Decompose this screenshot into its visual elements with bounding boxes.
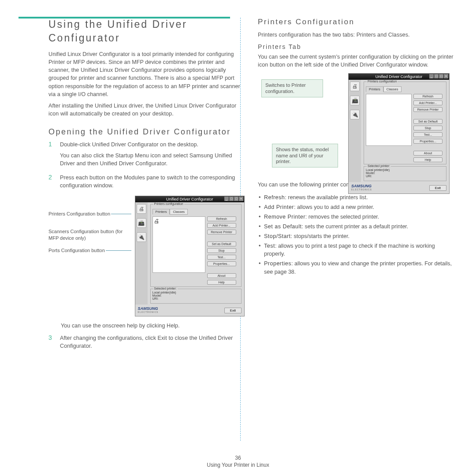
brand-logo-2: SAMSUNGELECTRONICS bbox=[351, 184, 372, 191]
selected-label: Selected printer: bbox=[153, 287, 178, 290]
about-button[interactable]: About bbox=[207, 273, 236, 278]
brand-logo: SAMSUNGELECTRONICS bbox=[138, 306, 159, 313]
selected-printer-box-2: Selected printer: Local printer(idle) Mo… bbox=[364, 166, 446, 181]
add-printer-button[interactable]: Add Printer... bbox=[207, 223, 236, 228]
ctrl-refresh: Refresh: renews the available printers l… bbox=[259, 193, 454, 201]
printer-listbox-2[interactable] bbox=[366, 94, 412, 146]
printers-groupbox: Printers configuration Printers Classes … bbox=[150, 204, 242, 287]
step-1: 1 Double-click Unified Driver Configurat… bbox=[48, 141, 245, 170]
help-button-2[interactable]: Help bbox=[413, 157, 443, 162]
refresh-button[interactable]: Refresh bbox=[207, 216, 236, 221]
selected-line-1: Local printer(idle) bbox=[152, 291, 239, 294]
set-default-button-2[interactable]: Set as Default bbox=[413, 119, 443, 124]
selected-line-2: Model: bbox=[152, 294, 239, 297]
callout-status: Shows the status, model name and URI of … bbox=[272, 144, 338, 167]
intro-paragraph-1: Unified Linux Driver Configurator is a t… bbox=[48, 50, 245, 98]
configurator-window-1: Unified Driver Configurator _□□× 🖨 📠 🔌 P… bbox=[135, 196, 245, 316]
control-list: Refresh: renews the available printers l… bbox=[258, 193, 454, 276]
group-label-2: Printers configuration bbox=[367, 80, 398, 83]
tab-printers-2[interactable]: Printers bbox=[366, 86, 383, 92]
screenshot-2-wrap: Switches to Printer configuration. Shows… bbox=[258, 73, 454, 175]
printers-config-intro: Printers configuration has the two tabs:… bbox=[258, 31, 454, 39]
test-button[interactable]: Test... bbox=[207, 255, 236, 260]
screenshot-1-wrap: Printers Configuration button Scanners C… bbox=[48, 196, 245, 316]
tab-classes[interactable]: Classes bbox=[170, 209, 188, 215]
ctrl-stop: Stop/Start: stops/starts the printer. bbox=[259, 232, 454, 240]
window-buttons[interactable]: _□□× bbox=[224, 197, 243, 201]
tab-printers[interactable]: Printers bbox=[152, 209, 170, 215]
ctrl-remove: Remove Printer: removes the selected pri… bbox=[259, 213, 454, 221]
printer-listbox[interactable]: 🖨 bbox=[152, 216, 205, 273]
page: Using the Unified Driver Configurator Un… bbox=[0, 0, 476, 369]
ctrl-properties: Properties: allows you to view and chang… bbox=[259, 260, 454, 275]
modules-pane-2: 🖨 📠 🔌 bbox=[349, 80, 361, 182]
test-button-2[interactable]: Test... bbox=[413, 132, 443, 137]
ctrl-add: Add Printer: allows you to add a new pri… bbox=[259, 203, 454, 211]
label-scanners-config: Scanners Configuration button (for MFP d… bbox=[48, 228, 132, 241]
about-button-2[interactable]: About bbox=[413, 151, 443, 156]
step-number-2: 2 bbox=[48, 174, 54, 192]
printers-groupbox-2: Printers configuration Printers Classes … bbox=[364, 82, 446, 164]
add-printer-button-2[interactable]: Add Printer... bbox=[413, 100, 443, 105]
scanner-icon-2[interactable]: 📠 bbox=[350, 96, 360, 105]
section-title: Using Your Printer in Linux bbox=[0, 462, 476, 468]
refresh-button-2[interactable]: Refresh bbox=[413, 94, 443, 99]
printer-icon-2[interactable]: 🖨 bbox=[350, 82, 360, 91]
printers-tab-text: You can see the current system's printer… bbox=[258, 53, 454, 69]
window-buttons-2[interactable]: _□□× bbox=[429, 74, 448, 78]
subheading-opening: Opening the Unified Driver Configurator bbox=[48, 126, 245, 137]
stop-button-2[interactable]: Stop bbox=[413, 126, 443, 130]
ctrl-test: Test: allows you to print a test page to… bbox=[259, 242, 454, 258]
selected-line-1b: Local printer(idle) bbox=[366, 168, 444, 171]
titlebar-2: Unified Driver Configurator _□□× bbox=[349, 74, 449, 80]
page-number: 36 bbox=[0, 455, 476, 461]
exit-button-2[interactable]: Exit bbox=[429, 185, 446, 191]
step-3-text: After changing the configurations, click… bbox=[60, 334, 245, 350]
exit-button[interactable]: Exit bbox=[224, 308, 242, 313]
remove-printer-button-2[interactable]: Remove Printer bbox=[413, 107, 443, 112]
step-2-text: Press each button on the Modules pane to… bbox=[60, 174, 245, 190]
group-label: Printers configuration bbox=[153, 202, 184, 205]
remove-printer-button[interactable]: Remove Printer bbox=[207, 230, 236, 234]
scanner-icon[interactable]: 📠 bbox=[137, 218, 146, 228]
page-footer: 36 Using Your Printer in Linux bbox=[0, 455, 476, 468]
tab-classes-2[interactable]: Classes bbox=[383, 86, 402, 92]
set-default-button[interactable]: Set as Default bbox=[207, 242, 236, 246]
selected-line-2b: Model: bbox=[366, 171, 444, 175]
right-column: Printers Configuration Printers configur… bbox=[258, 18, 454, 356]
properties-button-2[interactable]: Properties... bbox=[413, 139, 443, 144]
main-heading: Using the Unified Driver Configurator bbox=[48, 18, 245, 45]
callout-switch: Switches to Printer configuration. bbox=[261, 79, 323, 97]
step-number-1: 1 bbox=[48, 141, 54, 170]
step-1-text-a: Double-click Unified Driver Configurator… bbox=[60, 141, 245, 149]
window-title-2: Unified Driver Configurator bbox=[376, 74, 423, 79]
selected-line-3: URI: bbox=[152, 297, 239, 300]
step-2: 2 Press each button on the Modules pane … bbox=[48, 174, 245, 192]
ports-icon-2[interactable]: 🔌 bbox=[350, 110, 360, 119]
titlebar: Unified Driver Configurator _□□× bbox=[135, 196, 244, 202]
configurator-window-2: Unified Driver Configurator _□□× 🖨 📠 🔌 P… bbox=[348, 73, 450, 194]
ctrl-default: Set as Default: sets the current printer… bbox=[259, 223, 454, 231]
properties-button[interactable]: Properties... bbox=[207, 261, 236, 266]
label-ports-config: Ports Configuration button bbox=[48, 247, 132, 253]
selected-printer-box: Selected printer: Local printer(idle) Mo… bbox=[150, 289, 242, 304]
help-button[interactable]: Help bbox=[207, 280, 236, 285]
label-printers-config: Printers Configuration button bbox=[48, 211, 132, 217]
intro-paragraph-2: After installing the Unified Linux drive… bbox=[48, 102, 245, 118]
selected-label-2: Selected printer: bbox=[367, 164, 391, 167]
step-1-text-b: You can also click the Startup Menu icon… bbox=[60, 152, 245, 167]
ports-icon[interactable]: 🔌 bbox=[137, 232, 146, 242]
modules-pane: 🖨 📠 🔌 bbox=[135, 202, 148, 305]
step-number-3: 3 bbox=[48, 334, 54, 353]
printers-tab-heading: Printers Tab bbox=[258, 43, 454, 50]
selected-line-3b: URI: bbox=[366, 175, 444, 178]
window-title: Unified Driver Configurator bbox=[166, 197, 213, 201]
printer-icon[interactable]: 🖨 bbox=[137, 204, 146, 214]
left-column: Using the Unified Driver Configurator Un… bbox=[22, 18, 245, 356]
stop-button[interactable]: Stop bbox=[207, 248, 236, 253]
step-3: 3 After changing the configurations, cli… bbox=[48, 334, 245, 353]
onscreen-help-text: You can use the onscreen help by clickin… bbox=[61, 322, 245, 330]
printers-config-heading: Printers Configuration bbox=[258, 18, 454, 26]
